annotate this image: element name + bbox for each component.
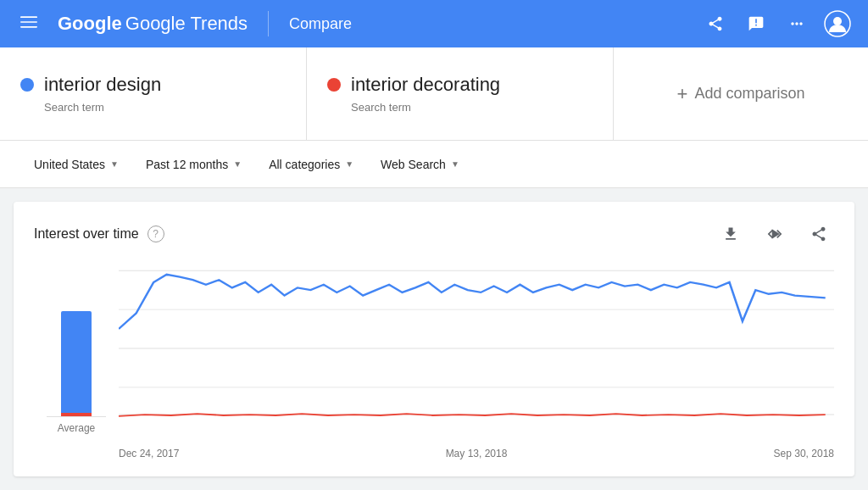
share-chart-icon[interactable] <box>804 219 834 249</box>
svg-point-4 <box>833 17 842 25</box>
search-type-filter[interactable]: Web Search ▼ <box>367 151 473 178</box>
search-bar: interior design Search term interior dec… <box>0 47 868 141</box>
header-divider <box>268 11 269 36</box>
svg-rect-2 <box>20 26 37 28</box>
period-chevron-icon: ▼ <box>233 159 242 169</box>
category-chevron-icon: ▼ <box>345 159 353 169</box>
x-label-3: Sep 30, 2018 <box>774 448 834 459</box>
add-comparison-label: Add comparison <box>694 85 804 103</box>
apps-icon[interactable] <box>780 7 814 41</box>
chart-actions <box>715 219 834 249</box>
search-type-chevron-icon: ▼ <box>451 159 459 169</box>
blue-line-series <box>119 275 826 329</box>
svg-rect-1 <box>20 21 37 23</box>
header: Google Google Trends Compare <box>0 0 868 47</box>
average-bar-container: Average <box>34 311 119 434</box>
period-filter[interactable]: Past 12 months ▼ <box>132 151 255 178</box>
region-chevron-icon: ▼ <box>110 159 119 169</box>
svg-rect-0 <box>20 16 37 18</box>
average-baseline <box>47 416 106 417</box>
category-filter[interactable]: All categories ▼ <box>255 151 367 178</box>
compare-label: Compare <box>289 15 352 33</box>
x-label-2: May 13, 2018 <box>446 448 508 459</box>
search-type-filter-label: Web Search <box>381 158 446 171</box>
share-icon[interactable] <box>698 7 732 41</box>
chart-title-area: Interest over time ? <box>34 226 164 242</box>
account-icon[interactable] <box>821 7 854 41</box>
embed-icon[interactable] <box>760 219 790 249</box>
term2-name: interior decorating <box>351 74 500 96</box>
logo-trends: Google Trends <box>125 13 248 35</box>
help-icon[interactable]: ? <box>147 226 164 242</box>
logo: Google Google Trends <box>58 13 248 35</box>
add-comparison-button[interactable]: + Add comparison <box>614 47 868 140</box>
menu-icon[interactable] <box>14 7 44 42</box>
add-plus-icon: + <box>677 83 688 105</box>
term1-type: Search term <box>44 101 286 114</box>
chart-left-panel: Average <box>34 263 119 459</box>
main-content: Interest over time ? <box>0 188 868 490</box>
term1-dot <box>20 78 34 92</box>
chart-card: Interest over time ? <box>14 202 854 476</box>
search-term-1[interactable]: interior design Search term <box>0 47 307 140</box>
region-filter[interactable]: United States ▼ <box>20 151 132 178</box>
term2-dot <box>327 78 341 92</box>
chart-right-panel: 100 75 50 25 Dec 24, 2017 May 13, 2018 S… <box>119 263 834 459</box>
filters-bar: United States ▼ Past 12 months ▼ All cat… <box>0 141 868 188</box>
download-icon[interactable] <box>715 219 746 249</box>
chart-title: Interest over time <box>34 226 139 242</box>
term1-name: interior design <box>44 74 161 96</box>
average-label: Average <box>58 422 95 434</box>
region-filter-label: United States <box>34 158 105 171</box>
category-filter-label: All categories <box>269 158 340 171</box>
search-term-2[interactable]: interior decorating Search term <box>307 47 614 140</box>
average-bar-blue <box>61 311 92 413</box>
logo-google: Google <box>58 13 122 35</box>
chart-header: Interest over time ? <box>34 219 834 249</box>
feedback-icon[interactable] <box>739 7 773 41</box>
header-icons <box>698 7 854 41</box>
chart-body: Average 100 75 50 25 <box>34 263 834 459</box>
term2-type: Search term <box>351 101 593 114</box>
x-label-1: Dec 24, 2017 <box>119 448 179 459</box>
period-filter-label: Past 12 months <box>146 158 228 171</box>
x-labels: Dec 24, 2017 May 13, 2018 Sep 30, 2018 <box>119 448 834 459</box>
chart-svg: 100 75 50 25 <box>119 263 834 434</box>
